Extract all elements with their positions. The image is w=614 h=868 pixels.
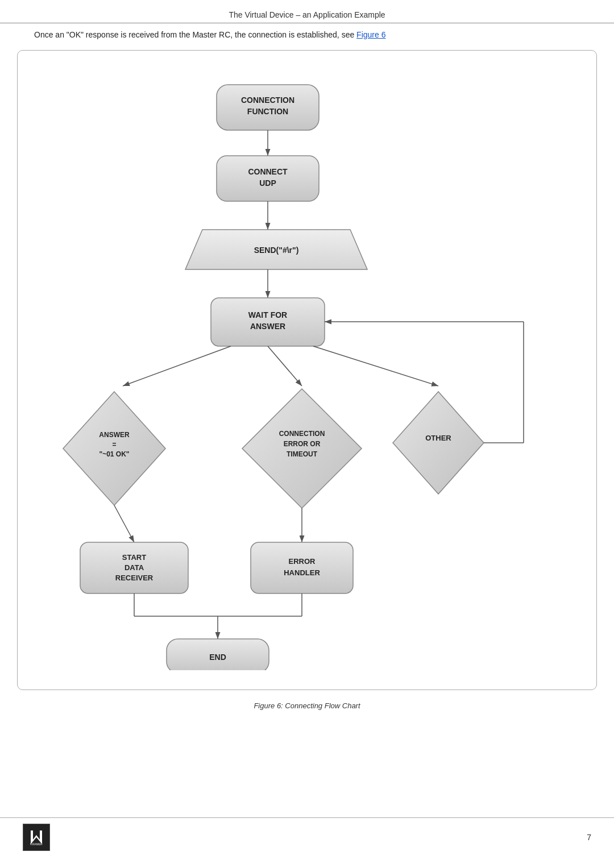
page-footer: KRAMER 7 (0, 817, 614, 857)
kramer-logo: KRAMER (23, 824, 50, 851)
svg-text:FUNCTION: FUNCTION (247, 107, 288, 116)
svg-text:=: = (112, 441, 116, 448)
svg-text:ERROR OR: ERROR OR (284, 440, 321, 448)
svg-text:CONNECT: CONNECT (248, 167, 288, 176)
svg-marker-26 (393, 392, 484, 494)
svg-text:CONNECTION: CONNECTION (241, 95, 294, 105)
svg-text:ERROR: ERROR (289, 557, 316, 566)
svg-text:KRAMER: KRAMER (30, 842, 43, 846)
svg-line-17 (313, 346, 438, 386)
svg-text:DATA: DATA (125, 563, 144, 572)
page-header: The Virtual Device – an Application Exam… (0, 0, 614, 23)
svg-text:"~01 OK": "~01 OK" (99, 450, 129, 458)
header-title: The Virtual Device – an Application Exam… (229, 10, 385, 19)
svg-line-16 (268, 346, 302, 386)
diagram-container: CONNECTION FUNCTION CONNECT UDP SEND("#\… (17, 50, 597, 690)
figure6-link[interactable]: Figure 6 (356, 30, 385, 39)
svg-text:END: END (209, 653, 226, 662)
svg-text:TIMEOUT: TIMEOUT (287, 450, 318, 458)
figure-caption: Figure 6: Connecting Flow Chart (0, 701, 614, 710)
page-number: 7 (587, 833, 591, 842)
svg-text:START: START (122, 553, 146, 562)
svg-rect-37 (251, 542, 353, 593)
svg-text:UDP: UDP (259, 178, 276, 188)
svg-text:ANSWER: ANSWER (99, 431, 130, 439)
svg-text:RECEIVER: RECEIVER (115, 574, 154, 582)
svg-text:CONNECTION: CONNECTION (279, 430, 325, 438)
intro-text: Once an "OK" response is received from t… (0, 23, 614, 50)
svg-marker-18 (63, 392, 165, 505)
svg-text:HANDLER: HANDLER (284, 568, 320, 577)
svg-line-15 (123, 346, 231, 386)
svg-line-28 (114, 505, 134, 542)
svg-text:WAIT FOR: WAIT FOR (248, 310, 287, 319)
svg-marker-22 (242, 389, 362, 508)
svg-text:OTHER: OTHER (425, 434, 451, 442)
svg-text:ANSWER: ANSWER (250, 322, 285, 331)
svg-text:SEND("#\r"): SEND("#\r") (254, 246, 299, 255)
flowchart-svg: CONNECTION FUNCTION CONNECT UDP SEND("#\… (29, 68, 563, 670)
